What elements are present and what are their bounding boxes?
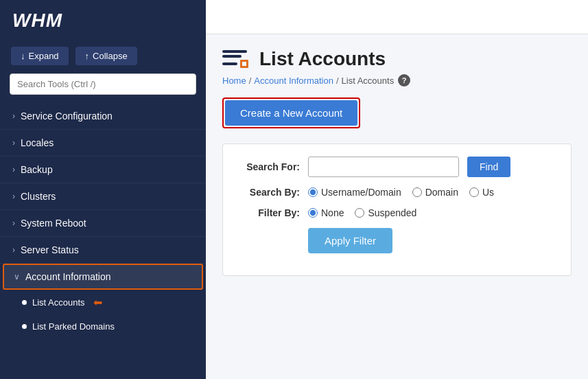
search-by-domain-label: Domain (425, 187, 458, 198)
sidebar-item-label: Clusters (21, 191, 56, 202)
search-by-domain-radio[interactable] (412, 187, 422, 197)
sidebar-item-clusters[interactable]: › Clusters (0, 183, 206, 210)
sidebar-item-label: Backup (21, 164, 53, 175)
search-for-label: Search For: (238, 161, 300, 172)
sidebar-item-label: Service Configuration (21, 111, 113, 122)
logo-text: WHM (12, 10, 62, 31)
sub-item-label: List Parked Domains (32, 321, 115, 332)
chevron-down-icon: ∨ (14, 272, 20, 282)
filter-by-options: None Suspended (308, 207, 416, 218)
search-by-us[interactable]: Us (469, 187, 494, 198)
sidebar-subitem-list-accounts[interactable]: List Accounts ⬅ (0, 290, 206, 315)
apply-filter-button[interactable]: Apply Filter (308, 228, 392, 253)
sub-item-label: List Accounts (32, 297, 85, 308)
sidebar-item-label: Locales (21, 137, 54, 148)
filter-by-suspended-radio[interactable] (355, 208, 364, 218)
find-button[interactable]: Find (467, 157, 510, 177)
search-tools-container (0, 73, 206, 103)
expand-arrow-icon: ↓ (21, 51, 25, 61)
filter-by-suspended-label: Suspended (368, 207, 416, 218)
chevron-right-icon: › (12, 218, 15, 228)
breadcrumb-current: List Accounts (342, 76, 395, 86)
chevron-right-icon: › (12, 111, 15, 121)
expand-button[interactable]: ↓ Expand (11, 47, 69, 65)
bullet-icon (22, 324, 27, 329)
collapse-label: Collapse (93, 51, 128, 61)
breadcrumb-sep-1: / (249, 76, 252, 86)
page-header: List Accounts (222, 48, 572, 70)
sidebar-item-account-information[interactable]: ∨ Account Information (3, 264, 203, 290)
expand-label: Expand (29, 51, 59, 61)
sidebar-item-label: System Reboot (21, 218, 86, 229)
search-panel: Search For: Find Search By: Username/Dom… (222, 143, 572, 276)
collapse-arrow-icon: ↑ (85, 51, 90, 61)
chevron-right-icon: › (12, 165, 15, 174)
sidebar-item-system-reboot[interactable]: › System Reboot (0, 210, 206, 237)
search-by-username-domain[interactable]: Username/Domain (308, 187, 401, 198)
sidebar-item-service-configuration[interactable]: › Service Configuration (0, 103, 206, 130)
breadcrumb-home[interactable]: Home (222, 76, 246, 86)
sidebar-subitem-list-parked-domains[interactable]: List Parked Domains (0, 315, 206, 338)
filter-by-row: Filter By: None Suspended (238, 207, 556, 218)
nav-menu: › Service Configuration › Locales › Back… (0, 103, 206, 379)
search-by-us-radio[interactable] (469, 187, 479, 197)
chevron-right-icon: › (12, 192, 15, 201)
sidebar-item-label: Account Information (25, 271, 111, 282)
help-icon[interactable]: ? (398, 74, 410, 87)
create-new-account-button[interactable]: Create a New Account (225, 100, 357, 126)
sidebar-item-locales[interactable]: › Locales (0, 130, 206, 157)
search-by-domain[interactable]: Domain (412, 187, 458, 198)
sidebar-item-label: Server Status (21, 244, 79, 255)
filter-by-none-label: None (321, 207, 344, 218)
sidebar-controls: ↓ Expand ↑ Collapse (0, 41, 206, 73)
search-by-options: Username/Domain Domain Us (308, 187, 494, 198)
bullet-icon (22, 300, 27, 305)
search-by-label: Search By: (238, 187, 300, 198)
search-for-row: Search For: Find (238, 157, 556, 177)
chevron-right-icon: › (12, 245, 15, 255)
sidebar-item-server-status[interactable]: › Server Status (0, 237, 206, 264)
filter-by-none[interactable]: None (308, 207, 344, 218)
arrow-back-icon: ⬅ (93, 296, 102, 309)
breadcrumb-sep-2: / (336, 76, 339, 86)
breadcrumb-account-information[interactable]: Account Information (254, 76, 333, 86)
page-title: List Accounts (259, 48, 386, 70)
search-tools-input[interactable] (10, 73, 196, 95)
search-by-username-domain-radio[interactable] (308, 187, 318, 197)
top-bar (206, 0, 588, 34)
create-account-wrapper: Create a New Account (222, 97, 360, 128)
collapse-button[interactable]: ↑ Collapse (75, 47, 137, 65)
breadcrumb: Home / Account Information / List Accoun… (222, 74, 572, 87)
search-by-username-domain-label: Username/Domain (321, 187, 401, 198)
search-input[interactable] (308, 157, 459, 177)
main-content: List Accounts Home / Account Information… (206, 0, 588, 379)
sidebar-logo: WHM (0, 0, 206, 41)
sidebar-item-backup[interactable]: › Backup (0, 157, 206, 183)
page-body: List Accounts Home / Account Information… (206, 34, 588, 290)
filter-by-suspended[interactable]: Suspended (355, 207, 416, 218)
filter-by-none-radio[interactable] (308, 208, 318, 218)
search-by-us-label: Us (482, 187, 494, 198)
sidebar: WHM ↓ Expand ↑ Collapse › Service Config… (0, 0, 206, 379)
search-by-row: Search By: Username/Domain Domain Us (238, 187, 556, 198)
chevron-right-icon: › (12, 138, 15, 148)
filter-by-label: Filter By: (238, 207, 300, 218)
list-icon (222, 50, 250, 68)
apply-filter-row: Apply Filter (238, 228, 556, 253)
